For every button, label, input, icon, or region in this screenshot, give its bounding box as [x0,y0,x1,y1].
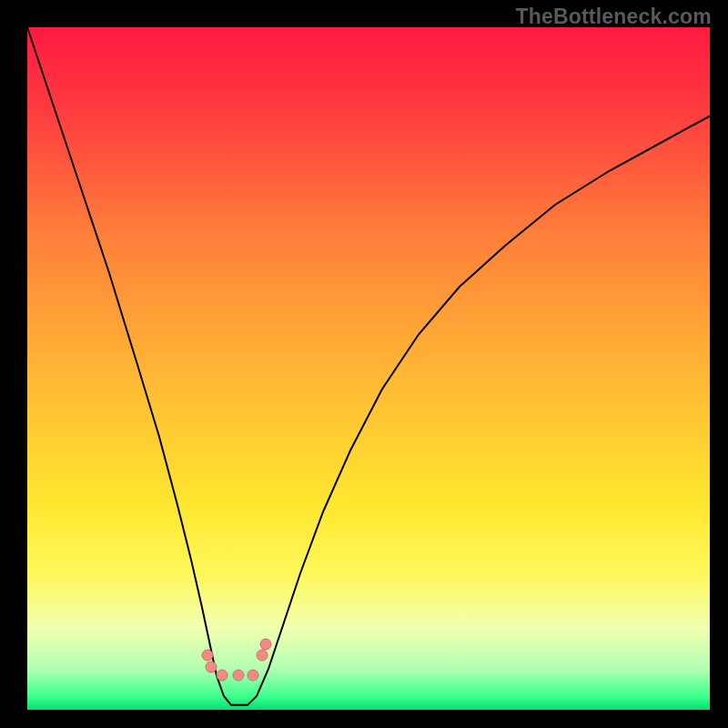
data-marker [260,639,271,650]
data-marker [206,662,217,672]
data-marker [217,670,228,681]
data-marker [257,650,268,661]
data-marker [202,650,213,661]
data-marker [248,670,258,681]
data-marker [233,670,244,681]
watermark-text: TheBottleneck.com [515,5,712,29]
chart-svg [0,0,728,728]
chart-frame: TheBottleneck.com [0,0,728,728]
plot-background [27,27,710,710]
